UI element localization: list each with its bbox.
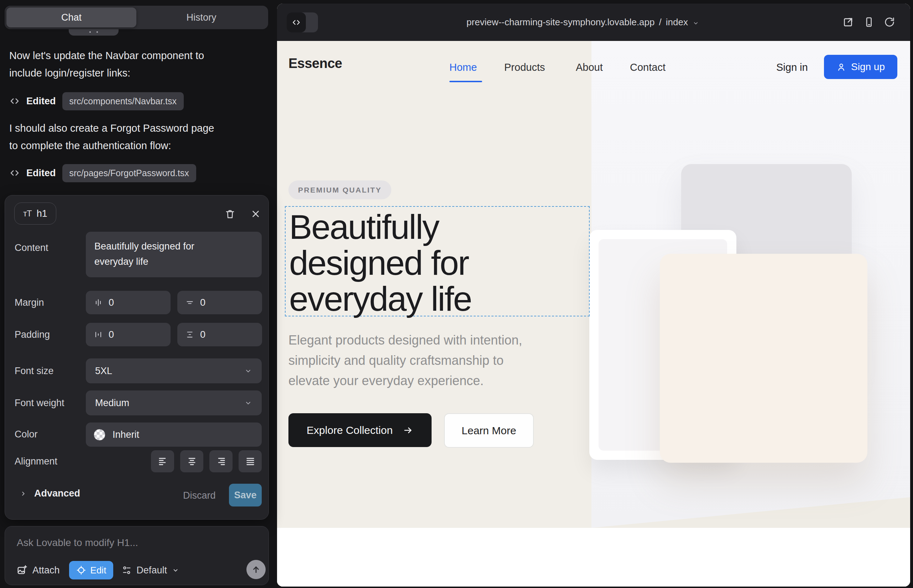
url-host: preview--charming-site-symphony.lovable.… [466,17,654,28]
sign-up-label: Sign up [851,61,885,73]
nav-link-products[interactable]: Products [504,61,545,73]
chevron-down-icon [244,399,253,407]
padding-vertical-icon [185,330,194,339]
tab-history[interactable]: History [136,8,266,27]
sign-up-button[interactable]: Sign up [824,55,897,79]
mode-label: Default [136,565,167,576]
chat-sidebar: Chat History Now let's update the Navbar… [0,0,277,588]
active-nav-underline [449,81,482,82]
delete-element-button[interactable] [222,206,238,222]
edited-label: Edited [26,96,56,107]
code-icon [9,168,20,178]
margin-label: Margin [15,297,44,308]
attach-image-icon [17,565,28,575]
sign-in-link[interactable]: Sign in [776,61,808,73]
mobile-icon [863,16,874,28]
discard-button[interactable]: Discard [183,490,216,501]
element-inspector-panel: тT h1 Content Beautifully designed for e… [5,195,269,520]
send-arrow-icon [251,564,261,575]
align-left-button[interactable] [151,450,174,472]
url-page: index [666,17,688,28]
alignment-label: Alignment [15,456,57,467]
browser-chrome: preview--charming-site-symphony.lovable.… [277,3,910,41]
mobile-view-button[interactable] [863,16,874,28]
explore-collection-button[interactable]: Explore Collection [288,413,432,447]
edited-file-row: Edited src/pages/ForgotPassword.tsx [9,164,196,182]
color-swatch [94,429,105,441]
chat-history-tabs: Chat History [5,6,268,29]
padding-label: Padding [15,329,50,340]
mode-select[interactable]: Default [122,565,180,576]
premium-quality-badge: PREMIUM QUALITY [288,181,391,199]
align-left-icon [158,456,168,466]
advanced-label: Advanced [34,488,80,499]
arrow-right-icon [403,425,413,436]
color-label: Color [15,429,38,440]
dot-icon [89,31,91,33]
margin-y-field[interactable]: 0 [177,291,262,314]
color-value: Inherit [113,429,139,440]
align-justify-button[interactable] [239,450,262,472]
font-weight-label: Font weight [15,397,65,409]
dot-icon [97,31,98,33]
color-field[interactable]: Inherit [86,423,262,447]
url-separator: / [659,17,662,28]
attach-button[interactable]: Attach [17,565,60,576]
site-viewport: Essence Home Products About Contact Sign… [277,41,910,586]
align-right-button[interactable] [209,450,233,472]
tab-chat[interactable]: Chat [6,8,136,27]
padding-x-field[interactable]: 0 [86,323,170,346]
save-button[interactable]: Save [229,484,262,507]
advanced-toggle[interactable]: Advanced [19,488,80,499]
font-weight-select[interactable]: Medium [86,391,262,415]
refresh-icon [884,16,895,28]
content-field[interactable]: Beautifully designed for everyday life [86,232,262,277]
file-badge[interactable]: src/pages/ForgotPassword.tsx [62,164,196,182]
assistant-message: Now let's update the Navbar component to… [9,47,216,82]
hero-card-cream [660,254,868,463]
font-weight-value: Medium [95,397,129,409]
chevron-down-icon [172,566,180,574]
margin-x-field[interactable]: 0 [86,291,170,314]
font-size-select[interactable]: 5XL [86,359,262,383]
assistant-message: I should also create a Forgot Password p… [9,120,216,155]
nav-link-contact[interactable]: Contact [630,61,665,73]
cta-primary-label: Explore Collection [307,424,393,436]
hero-paragraph: Elegant products designed with intention… [288,330,538,391]
selected-element-chip: тT h1 [14,202,56,225]
edit-label: Edit [91,565,107,576]
edited-file-row: Edited src/components/Navbar.tsx [9,92,184,110]
edit-mode-button[interactable]: Edit [69,561,113,580]
margin-y-value: 0 [200,297,206,308]
content-label: Content [15,242,49,254]
nav-link-about[interactable]: About [576,61,603,73]
preview-window: preview--charming-site-symphony.lovable.… [277,3,910,586]
margin-horizontal-icon [94,298,103,307]
font-size-value: 5XL [95,365,112,376]
content-value: Beautifully designed for everyday life [94,239,233,270]
edited-label: Edited [26,168,56,179]
align-right-icon [216,456,226,466]
open-external-button[interactable] [842,16,854,28]
nav-link-home[interactable]: Home [449,61,477,73]
close-icon[interactable] [248,206,264,222]
learn-more-button[interactable]: Learn More [444,413,534,448]
composer-input[interactable]: Ask Lovable to modify H1... [17,537,138,549]
chevron-down-icon [244,367,253,375]
edit-target-icon [76,565,86,575]
file-badge[interactable]: src/components/Navbar.tsx [62,92,184,110]
external-link-icon [842,16,854,28]
selected-h1-element[interactable]: Beautifully designed for everyday life [285,206,590,317]
send-button[interactable] [246,560,265,579]
composer-toolbar: Attach Edit Default [17,561,180,580]
margin-vertical-icon [185,298,194,307]
refresh-button[interactable] [884,16,895,28]
align-justify-icon [245,456,255,466]
site-logo[interactable]: Essence [288,56,342,71]
align-center-icon [187,456,197,466]
padding-y-value: 0 [200,329,206,340]
padding-y-field[interactable]: 0 [177,323,262,346]
type-icon: тT [23,208,32,218]
url-bar[interactable]: preview--charming-site-symphony.lovable.… [277,3,900,41]
align-center-button[interactable] [180,450,203,472]
